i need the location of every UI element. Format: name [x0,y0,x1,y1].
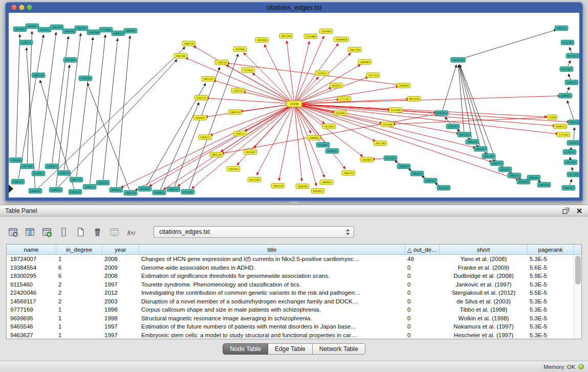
column-header-out_de[interactable]: △ out_de… [405,245,440,254]
function-builder-icon[interactable]: f(x) [124,226,138,238]
graph-node-label: 1577514 [368,74,378,77]
close-window-button[interactable] [11,5,17,10]
graph-edge[interactable] [135,105,292,190]
table-row[interactable]: 946362711997Embryonic stem cells: a mode… [7,331,574,339]
panel-resize-handle[interactable] [289,202,298,204]
status-bar: Memory: OK [0,361,588,372]
graph-edge[interactable] [568,60,571,66]
graph-edge[interactable] [393,117,549,124]
table-row[interactable]: 946554611997Estimation of the future num… [7,322,574,331]
tab-edge-table[interactable]: Edge Table [268,343,313,355]
minimize-window-button[interactable] [19,5,25,10]
table-row[interactable]: 1456911722003Disruption of a novel membe… [7,297,574,306]
table-cell: 5.3E-5 [528,255,574,263]
graph-edge[interactable] [88,83,129,190]
table-cell: 0 [405,280,440,289]
table-cell: 49 [405,255,440,263]
graph-edge[interactable] [213,80,292,103]
network-canvas[interactable]: 1125408181130418226051922891176012420815… [9,13,579,198]
window-titlebar[interactable]: citations_edges.txt [5,2,583,13]
graph-edge[interactable] [39,32,56,170]
graph-node-label: 1905144 [467,141,477,143]
graph-node-label: 1480503 [399,84,409,87]
table-cell: 0 [405,272,440,280]
table-cell: 22420046 [7,289,56,297]
column-header-year[interactable]: year [102,245,139,254]
column-header-short[interactable]: short [440,245,528,254]
graph-edge[interactable] [570,47,572,53]
graph-edge[interactable] [459,65,464,132]
graph-edge[interactable] [175,67,220,186]
zoom-window-button[interactable] [27,5,32,10]
column-header-in_degree[interactable]: in_degree [56,245,102,254]
graph-edge[interactable] [77,37,93,177]
graph-edge[interactable] [567,87,570,93]
graph-edge[interactable] [163,105,292,189]
graph-edge[interactable] [572,167,573,171]
graph-node-label: 17240 [290,102,299,105]
graph-edge[interactable] [461,30,557,59]
close-panel-icon[interactable] [575,207,583,214]
graph-edge[interactable] [443,65,456,111]
graph-node-label: 1626193 [39,29,50,31]
scrollbar-thumb[interactable] [575,256,581,285]
table-cell: 14569117 [7,297,56,305]
graph-edge[interactable] [569,74,571,79]
graph-node-label: 1948523 [113,32,123,35]
graph-edge[interactable] [297,99,409,103]
graph-edge[interactable] [103,38,118,180]
table-row[interactable]: 1872400712008Changes of HCN gene express… [7,255,574,264]
table-cell: Genome-wide association studies in ADHD. [139,264,405,272]
graph-node-label: 1062143 [570,121,579,124]
graph-edge[interactable] [295,107,324,178]
select-columns-icon[interactable] [23,226,37,238]
graph-edge[interactable] [567,100,574,119]
graph-edge[interactable] [149,105,292,186]
table-scrollbar[interactable] [574,255,581,339]
graph-edge[interactable] [297,104,558,134]
graph-edge[interactable] [193,46,292,102]
graph-node-label: 1403513 [70,191,80,193]
graph-edge[interactable] [206,98,291,104]
table-settings-icon[interactable] [6,226,20,238]
graph-edge[interactable] [58,59,177,187]
table-cell: 1997 [102,322,139,331]
table-row[interactable]: 911546021997Tourette syndrome. Phenomeno… [7,280,574,289]
table-cell: Investigating the contribution of common… [139,289,405,297]
delete-column-icon[interactable] [91,226,104,238]
graph-edge[interactable] [297,96,560,104]
graph-node-label: 16640910 [336,38,347,41]
graph-edge[interactable] [571,147,572,149]
import-table-icon[interactable] [107,226,121,238]
column-header-title[interactable]: title [139,245,405,254]
graph-node-label: 1512708 [562,41,573,44]
graph-node-label: 1918224 [98,182,108,184]
column-header-pagerank[interactable]: pagerank [528,245,574,254]
float-panel-icon[interactable] [562,207,570,214]
table-row[interactable]: 2242004622012Investigating the contribut… [7,289,574,297]
graph-node-label: 1722904 [101,29,111,31]
table-row[interactable]: 1938455462009Genome-wide association stu… [7,264,574,272]
graph-node-label: 1057294 [375,142,385,145]
tab-network-table[interactable]: Network Table [313,343,365,355]
table-row[interactable]: 969969511998Structural magnetic resonanc… [7,314,574,323]
table-cell: 5.3E-5 [528,297,574,305]
table-row[interactable]: 977716911998Corpus callosum shape and si… [7,305,574,314]
graph-node-label: 1125408 [306,35,316,38]
graph-edge[interactable] [445,117,451,124]
graph-edge[interactable] [459,65,472,139]
table-row[interactable]: 1830029562008Estimation of significance … [7,272,574,280]
edit-columns-icon[interactable] [40,226,54,238]
graph-edge[interactable] [295,36,324,101]
tab-node-table[interactable]: Node Table [223,343,268,355]
row-height-icon[interactable] [57,226,71,238]
graph-edge[interactable] [570,179,572,185]
table-source-dropdown[interactable]: citations_edges.txt [154,226,354,238]
graph-edge[interactable] [16,34,20,157]
column-header-name[interactable]: name [7,245,56,254]
graph-edge[interactable] [574,127,574,140]
graph-edge[interactable] [244,53,292,102]
table-cell: 1997 [102,280,139,289]
new-column-icon[interactable] [74,226,88,238]
graph-node-label: 1903224 [539,184,549,186]
